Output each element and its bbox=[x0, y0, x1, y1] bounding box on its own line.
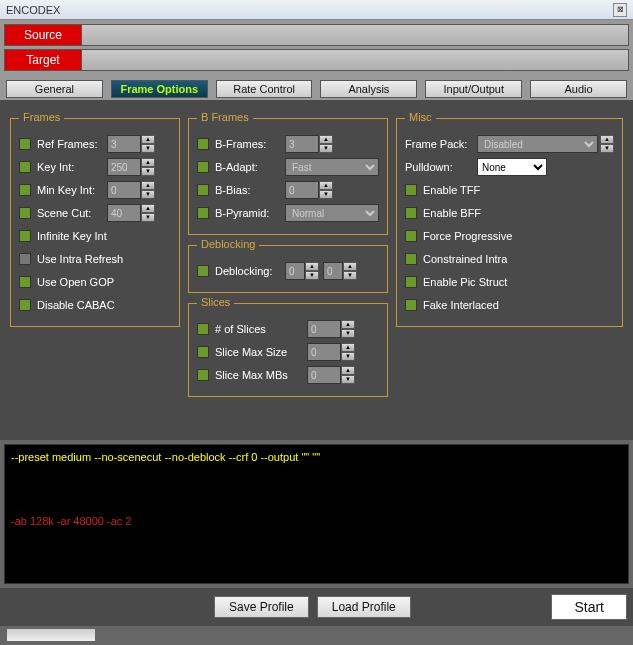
up-icon[interactable]: ▲ bbox=[319, 181, 333, 190]
up-icon[interactable]: ▲ bbox=[141, 181, 155, 190]
b-adapt-select[interactable]: Fast bbox=[285, 158, 379, 176]
save-profile-button[interactable]: Save Profile bbox=[214, 596, 309, 618]
enable-bff-label: Enable BFF bbox=[423, 207, 614, 219]
up-icon[interactable]: ▲ bbox=[305, 262, 319, 271]
deblocking-check[interactable] bbox=[197, 265, 209, 277]
force-progressive-check[interactable] bbox=[405, 230, 417, 242]
use-open-gop-check[interactable] bbox=[19, 276, 31, 288]
slice-max-mbs-label: Slice Max MBs bbox=[215, 369, 307, 381]
misc-group: Misc Frame Pack:Disabled▲▼ Pulldown:None… bbox=[396, 118, 623, 327]
enable-pic-struct-label: Enable Pic Struct bbox=[423, 276, 614, 288]
constrained-intra-label: Constrained Intra bbox=[423, 253, 614, 265]
load-profile-button[interactable]: Load Profile bbox=[317, 596, 411, 618]
up-icon[interactable]: ▲ bbox=[141, 204, 155, 213]
disable-cabac-label: Disable CABAC bbox=[37, 299, 171, 311]
down-icon[interactable]: ▼ bbox=[600, 144, 614, 153]
slice-max-mbs-check[interactable] bbox=[197, 369, 209, 381]
start-button[interactable]: Start bbox=[551, 594, 627, 620]
down-icon[interactable]: ▼ bbox=[341, 375, 355, 384]
key-int-check[interactable] bbox=[19, 161, 31, 173]
num-slices-spin[interactable]: ▲▼ bbox=[307, 320, 355, 338]
constrained-intra-check[interactable] bbox=[405, 253, 417, 265]
slice-max-mbs-input[interactable] bbox=[307, 366, 341, 384]
b-bias-check[interactable] bbox=[197, 184, 209, 196]
down-icon[interactable]: ▼ bbox=[343, 271, 357, 280]
b-bias-input[interactable] bbox=[285, 181, 319, 199]
target-field[interactable] bbox=[82, 49, 629, 71]
pulldown-select[interactable]: None bbox=[477, 158, 547, 176]
disable-cabac-check[interactable] bbox=[19, 299, 31, 311]
min-key-int-input[interactable] bbox=[107, 181, 141, 199]
use-intra-refresh-check[interactable] bbox=[19, 253, 31, 265]
num-slices-check[interactable] bbox=[197, 323, 209, 335]
scene-cut-check[interactable] bbox=[19, 207, 31, 219]
down-icon[interactable]: ▼ bbox=[319, 144, 333, 153]
down-icon[interactable]: ▼ bbox=[141, 213, 155, 222]
key-int-spin[interactable]: ▲▼ bbox=[107, 158, 155, 176]
deblocking-label: Deblocking: bbox=[215, 265, 285, 277]
frame-pack-select[interactable]: Disabled bbox=[477, 135, 598, 153]
slice-max-size-label: Slice Max Size bbox=[215, 346, 307, 358]
key-int-input[interactable] bbox=[107, 158, 141, 176]
ref-frames-spin[interactable]: ▲▼ bbox=[107, 135, 155, 153]
progress-area bbox=[6, 628, 627, 642]
tab-frame-options[interactable]: Frame Options bbox=[111, 80, 208, 98]
enable-bff-check[interactable] bbox=[405, 207, 417, 219]
slices-title: Slices bbox=[197, 296, 234, 308]
up-icon[interactable]: ▲ bbox=[600, 135, 614, 144]
down-icon[interactable]: ▼ bbox=[305, 271, 319, 280]
up-icon[interactable]: ▲ bbox=[141, 158, 155, 167]
frame-pack-label: Frame Pack: bbox=[405, 138, 477, 150]
target-button[interactable]: Target bbox=[4, 49, 82, 71]
enable-tff-check[interactable] bbox=[405, 184, 417, 196]
up-icon[interactable]: ▲ bbox=[141, 135, 155, 144]
progress-bar bbox=[6, 628, 96, 642]
force-progressive-label: Force Progressive bbox=[423, 230, 614, 242]
down-icon[interactable]: ▼ bbox=[341, 352, 355, 361]
ref-frames-label: Ref Frames: bbox=[37, 138, 107, 150]
infinite-key-int-check[interactable] bbox=[19, 230, 31, 242]
tab-rate-control[interactable]: Rate Control bbox=[216, 80, 313, 98]
deblock-b-spin[interactable]: ▲▼ bbox=[323, 262, 357, 280]
tab-general[interactable]: General bbox=[6, 80, 103, 98]
b-frames-input[interactable] bbox=[285, 135, 319, 153]
ref-frames-input[interactable] bbox=[107, 135, 141, 153]
b-bias-spin[interactable]: ▲▼ bbox=[285, 181, 333, 199]
deblock-a-spin[interactable]: ▲▼ bbox=[285, 262, 319, 280]
deblock-a-input[interactable] bbox=[285, 262, 305, 280]
num-slices-input[interactable] bbox=[307, 320, 341, 338]
tab-audio[interactable]: Audio bbox=[530, 80, 627, 98]
b-frames-spin[interactable]: ▲▼ bbox=[285, 135, 333, 153]
b-adapt-check[interactable] bbox=[197, 161, 209, 173]
b-pyramid-select[interactable]: Normal bbox=[285, 204, 379, 222]
close-icon[interactable]: ⊠ bbox=[613, 3, 627, 17]
up-icon[interactable]: ▲ bbox=[341, 366, 355, 375]
slice-max-mbs-spin[interactable]: ▲▼ bbox=[307, 366, 355, 384]
fake-interlaced-check[interactable] bbox=[405, 299, 417, 311]
slice-max-size-spin[interactable]: ▲▼ bbox=[307, 343, 355, 361]
min-key-int-spin[interactable]: ▲▼ bbox=[107, 181, 155, 199]
tab-analysis[interactable]: Analysis bbox=[320, 80, 417, 98]
down-icon[interactable]: ▼ bbox=[141, 190, 155, 199]
scene-cut-spin[interactable]: ▲▼ bbox=[107, 204, 155, 222]
slice-max-size-check[interactable] bbox=[197, 346, 209, 358]
b-pyramid-check[interactable] bbox=[197, 207, 209, 219]
b-frames-check[interactable] bbox=[197, 138, 209, 150]
slice-max-size-input[interactable] bbox=[307, 343, 341, 361]
up-icon[interactable]: ▲ bbox=[341, 343, 355, 352]
tab-input-output[interactable]: Input/Output bbox=[425, 80, 522, 98]
down-icon[interactable]: ▼ bbox=[141, 167, 155, 176]
min-key-int-check[interactable] bbox=[19, 184, 31, 196]
down-icon[interactable]: ▼ bbox=[141, 144, 155, 153]
scene-cut-input[interactable] bbox=[107, 204, 141, 222]
down-icon[interactable]: ▼ bbox=[341, 329, 355, 338]
ref-frames-check[interactable] bbox=[19, 138, 31, 150]
up-icon[interactable]: ▲ bbox=[319, 135, 333, 144]
source-field[interactable] bbox=[82, 24, 629, 46]
source-button[interactable]: Source bbox=[4, 24, 82, 46]
up-icon[interactable]: ▲ bbox=[343, 262, 357, 271]
deblock-b-input[interactable] bbox=[323, 262, 343, 280]
enable-pic-struct-check[interactable] bbox=[405, 276, 417, 288]
up-icon[interactable]: ▲ bbox=[341, 320, 355, 329]
down-icon[interactable]: ▼ bbox=[319, 190, 333, 199]
